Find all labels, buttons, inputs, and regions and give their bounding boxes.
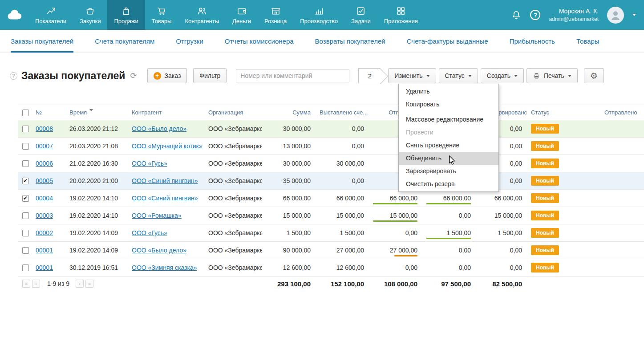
status-badge[interactable]: Новый	[531, 141, 559, 151]
table-row[interactable]: 00003 19.02.2020 14:10 ООО «Ромашка» ООО…	[18, 207, 644, 224]
row-checkbox[interactable]	[22, 126, 29, 132]
select-all-checkbox[interactable]	[22, 110, 29, 116]
menu-item-5[interactable]: Объединить	[399, 152, 498, 165]
status-dropdown-button[interactable]: Статус	[439, 68, 478, 83]
help-icon[interactable]: ?	[530, 10, 540, 20]
table-row[interactable]: 00001 19.02.2020 14:09 ООО «Было дело» О…	[18, 242, 644, 259]
tab-0[interactable]: Заказы покупателей	[0, 30, 84, 53]
table-row[interactable]: 00002 19.02.2020 14:09 ООО «Гусь» ООО «З…	[18, 224, 644, 242]
menu-item-1[interactable]: Копировать	[399, 98, 498, 111]
row-checkbox[interactable]	[22, 264, 29, 271]
page-help-icon[interactable]: ?	[10, 72, 17, 80]
order-number-link[interactable]: 00003	[36, 212, 53, 219]
row-checkbox[interactable]	[22, 195, 29, 202]
order-number-link[interactable]: 00001	[36, 264, 53, 271]
order-number-link[interactable]: 00008	[36, 125, 53, 132]
order-number-link[interactable]: 00001	[36, 247, 53, 254]
counterparty-link[interactable]: ООО «Синий пингвин»	[132, 195, 198, 202]
tab-7[interactable]: Товары	[566, 30, 610, 53]
counterparty-link[interactable]: ООО «Было дело»	[132, 247, 186, 254]
pagination-prev-button[interactable]: ‹	[32, 280, 40, 288]
refresh-icon[interactable]: ⟳	[130, 71, 137, 81]
col-sent-header[interactable]: Отправлено	[600, 105, 644, 120]
create-dropdown-button[interactable]: Создать	[481, 68, 524, 83]
tab-4[interactable]: Возвраты покупателей	[304, 30, 396, 53]
nav-item-roznitsa[interactable]: Розница	[258, 0, 293, 30]
order-number-link[interactable]: 00002	[36, 229, 53, 236]
order-number-link[interactable]: 00006	[36, 160, 53, 167]
tab-3[interactable]: Отчеты комиссионера	[214, 30, 304, 53]
menu-item-4[interactable]: Снять проведение	[399, 139, 498, 152]
menu-item-7[interactable]: Очистить резерв	[399, 178, 498, 191]
search-input[interactable]	[236, 69, 349, 82]
status-badge[interactable]: Новый	[531, 176, 559, 186]
row-checkbox[interactable]	[22, 143, 29, 150]
nav-item-proizvodstvo[interactable]: Производство	[293, 0, 344, 30]
table-row[interactable]: 00006 21.02.2020 16:30 ООО «Гусь» ООО «З…	[18, 155, 644, 172]
row-checkbox[interactable]	[22, 212, 29, 219]
new-order-button[interactable]: + Заказ	[147, 68, 187, 83]
table-row[interactable]: 00007 20.03.2020 21:08 ООО «Мурчащий кот…	[18, 138, 644, 155]
pagination-first-button[interactable]: «	[22, 280, 30, 288]
counterparty-link[interactable]: ООО «Мурчащий котик»	[132, 142, 203, 150]
col-number-header[interactable]: №	[31, 105, 65, 120]
row-checkbox[interactable]	[22, 247, 29, 254]
nav-item-tovary[interactable]: Товары	[145, 0, 178, 30]
status-badge[interactable]: Новый	[531, 228, 559, 238]
chevron-down-icon[interactable]	[632, 14, 636, 16]
row-checkbox[interactable]	[22, 160, 29, 167]
filter-button[interactable]: Фильтр	[193, 68, 227, 83]
order-number-link[interactable]: 00005	[36, 177, 53, 184]
col-status-header[interactable]: Статус	[527, 105, 600, 120]
print-dropdown-button[interactable]: Печать	[527, 68, 578, 83]
table-row[interactable]: 00004 19.02.2020 14:10 ООО «Синий пингви…	[18, 190, 644, 207]
counterparty-link[interactable]: ООО «Ромашка»	[132, 212, 182, 219]
nav-item-kontragenty[interactable]: Контрагенты	[178, 0, 226, 30]
avatar[interactable]	[607, 7, 624, 24]
pagination-last-button[interactable]: »	[85, 280, 93, 288]
row-checkbox[interactable]	[22, 230, 29, 236]
notifications-bell-icon[interactable]	[511, 10, 522, 20]
tab-6[interactable]: Прибыльность	[499, 30, 566, 53]
col-counterparty-header[interactable]: Контрагент	[127, 105, 204, 120]
status-badge[interactable]: Новый	[531, 193, 559, 203]
counterparty-link[interactable]: ООО «Зимняя сказка»	[132, 264, 197, 271]
status-badge[interactable]: Новый	[531, 159, 559, 168]
col-organization-header[interactable]: Организация	[204, 105, 262, 120]
counterparty-link[interactable]: ООО «Синий пингвин»	[132, 177, 198, 184]
tab-5[interactable]: Счета-фактуры выданные	[396, 30, 499, 53]
nav-item-prilozheniya[interactable]: Приложения	[377, 0, 425, 30]
col-time-header[interactable]: Время	[65, 105, 127, 120]
status-badge[interactable]: Новый	[531, 263, 559, 273]
menu-item-6[interactable]: Зарезервировать	[399, 165, 498, 178]
user-account[interactable]: Морская А. К. admin@zebramarket	[549, 7, 599, 23]
status-badge[interactable]: Новый	[531, 245, 559, 255]
tab-1[interactable]: Счета покупателям	[84, 30, 165, 53]
table-row[interactable]: 00005 20.02.2020 21:00 ООО «Синий пингви…	[18, 172, 644, 190]
counterparty-link[interactable]: ООО «Гусь»	[132, 160, 167, 167]
nav-item-prodazhi[interactable]: Продажи	[107, 0, 145, 30]
counterparty-link[interactable]: ООО «Было дело»	[132, 125, 186, 132]
col-sum-header[interactable]: Сумма	[262, 105, 315, 120]
counterparty-link[interactable]: ООО «Гусь»	[132, 229, 167, 236]
settings-button[interactable]: ⚙	[584, 68, 604, 83]
table-row[interactable]: 00001 30.12.2019 16:51 ООО «Зимняя сказк…	[18, 259, 644, 277]
order-number-link[interactable]: 00007	[36, 142, 53, 150]
nav-item-zakupki[interactable]: Закупки	[73, 0, 107, 30]
nav-item-dengi[interactable]: Деньги	[226, 0, 258, 30]
pagination-next-button[interactable]: ›	[76, 280, 84, 288]
menu-item-0[interactable]: Удалить	[399, 85, 498, 98]
status-badge[interactable]: Новый	[531, 211, 559, 220]
table-row[interactable]: 00008 26.03.2020 21:12 ООО «Было дело» О…	[18, 120, 644, 138]
nav-item-pokazateli[interactable]: Показатели	[28, 0, 73, 30]
nav-item-zadachi[interactable]: Задачи	[344, 0, 377, 30]
row-checkbox[interactable]	[22, 178, 29, 184]
order-number-link[interactable]: 00004	[36, 195, 53, 202]
col-invoiced-header[interactable]: Выставлено сче...	[315, 105, 369, 120]
status-badge[interactable]: Новый	[531, 124, 559, 134]
paid-cell: 0,00	[422, 242, 475, 259]
app-logo[interactable]	[0, 0, 28, 30]
tab-2[interactable]: Отгрузки	[165, 30, 214, 53]
menu-item-2[interactable]: Массовое редактирование	[399, 113, 498, 126]
edit-dropdown-button[interactable]: Изменить	[388, 68, 436, 83]
